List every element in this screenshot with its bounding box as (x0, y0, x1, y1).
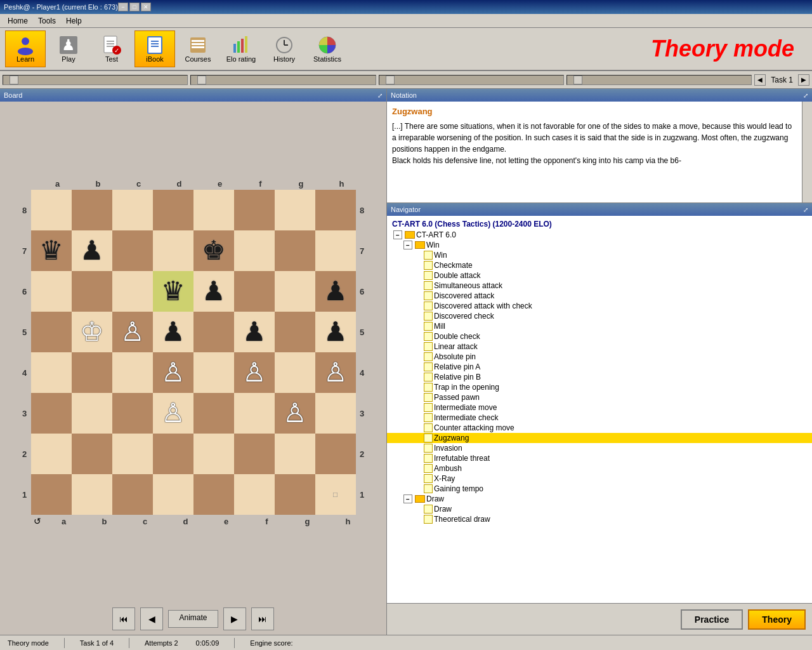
square-d4[interactable]: ♙ (153, 352, 193, 393)
square-d1[interactable] (153, 474, 193, 515)
square-g5[interactable] (275, 312, 315, 352)
win-expand-icon[interactable]: − (403, 241, 412, 249)
tree-root-item[interactable]: − CT-ART 6.0 (387, 230, 812, 240)
square-h6[interactable]: ♟ (315, 271, 356, 312)
square-b8[interactable] (72, 190, 112, 230)
nav-slider-3[interactable] (379, 75, 564, 85)
practice-button[interactable]: Practice (681, 609, 743, 630)
tree-item-irrefutable-threat[interactable]: Irrefutable threat (387, 453, 812, 463)
square-f5[interactable]: ♟ (234, 312, 275, 352)
tree-item-xray[interactable]: X-Ray (387, 474, 812, 484)
prev-move-button[interactable]: ◀ (140, 607, 163, 630)
square-b6[interactable] (72, 271, 112, 312)
square-f4[interactable]: ♙ (234, 352, 275, 393)
reset-board-icon[interactable]: ↺ (31, 515, 44, 527)
toolbar-courses[interactable]: Courses (178, 30, 218, 67)
square-h3[interactable] (315, 393, 356, 434)
minimize-button[interactable]: − (118, 3, 128, 11)
tree-item-counter-attacking[interactable]: Counter attacking move (387, 423, 812, 433)
square-g6[interactable] (275, 271, 315, 312)
square-f6[interactable] (234, 271, 275, 312)
tree-item-discovered-check[interactable]: Discovered check (387, 311, 812, 321)
tree-item-relative-pin-a[interactable]: Relative pin A (387, 362, 812, 372)
square-d7[interactable] (153, 230, 193, 271)
square-c2[interactable] (112, 434, 153, 474)
tree-item-gaining-tempo[interactable]: Gaining tempo (387, 484, 812, 494)
close-button[interactable]: ✕ (141, 3, 151, 11)
navigator-content[interactable]: CT-ART 6.0 (Chess Tactics) (1200-2400 EL… (387, 216, 812, 603)
square-b7[interactable]: ♟ (72, 230, 112, 271)
next-move-button[interactable]: ▶ (223, 607, 246, 630)
square-b4[interactable] (72, 352, 112, 393)
nav-next-button[interactable]: ▶ (798, 74, 809, 86)
square-c4[interactable] (112, 352, 153, 393)
tree-draw-section[interactable]: − Draw (387, 494, 812, 504)
square-e6[interactable]: ♟ (193, 271, 234, 312)
square-c6[interactable] (112, 271, 153, 312)
square-d3[interactable]: ♙ (153, 393, 193, 434)
square-a1[interactable] (31, 474, 72, 515)
square-a6[interactable] (31, 271, 72, 312)
tree-item-theoretical-draw[interactable]: Theoretical draw (387, 514, 812, 524)
tree-item-intermediate-check[interactable]: Intermediate check (387, 413, 812, 423)
square-d6[interactable]: ♛ (153, 271, 193, 312)
square-c1[interactable] (112, 474, 153, 515)
nav-slider-1[interactable] (3, 75, 188, 85)
tree-item-double-attack[interactable]: Double attack (387, 270, 812, 281)
square-c5[interactable]: ♙ (112, 312, 153, 352)
square-f2[interactable] (234, 434, 275, 474)
toolbar-play[interactable]: ♟ Play (48, 30, 89, 67)
square-h1[interactable]: □ (315, 474, 356, 515)
tree-item-passed-pawn[interactable]: Passed pawn (387, 392, 812, 402)
square-e1[interactable] (193, 474, 234, 515)
square-h8[interactable] (315, 190, 356, 230)
square-e2[interactable] (193, 434, 234, 474)
square-e4[interactable] (193, 352, 234, 393)
square-f8[interactable] (234, 190, 275, 230)
notation-content[interactable]: Zugzwang [...] There are some situations… (387, 102, 802, 202)
square-a8[interactable] (31, 190, 72, 230)
maximize-button[interactable]: □ (129, 3, 140, 11)
square-e5[interactable] (193, 312, 234, 352)
square-f7[interactable] (234, 230, 275, 271)
last-move-button[interactable]: ⏭ (251, 607, 274, 630)
tree-item-trap-opening[interactable]: Trap in the opening (387, 382, 812, 392)
toolbar-learn[interactable]: Learn (5, 30, 46, 67)
square-g1[interactable] (275, 474, 315, 515)
square-d5[interactable]: ♟ (153, 312, 193, 352)
root-expand-icon[interactable]: − (393, 230, 402, 239)
tree-item-zugzwang[interactable]: Zugzwang (387, 433, 812, 443)
tree-item-relative-pin-b[interactable]: Relative pin B (387, 372, 812, 382)
square-g2[interactable] (275, 434, 315, 474)
notation-scrollbar[interactable] (802, 102, 812, 202)
square-d8[interactable] (153, 190, 193, 230)
toolbar-ibook[interactable]: iBook (134, 30, 175, 67)
square-f3[interactable] (234, 393, 275, 434)
nav-slider-2[interactable] (190, 75, 376, 85)
toolbar-statistics[interactable]: Statistics (307, 30, 348, 67)
tree-item-win[interactable]: Win (387, 250, 812, 260)
square-h5[interactable]: ♟ (315, 312, 356, 352)
notation-expand-button[interactable]: ⤢ (803, 92, 808, 99)
animate-button[interactable]: Animate (168, 610, 218, 628)
square-d2[interactable] (153, 434, 193, 474)
tree-item-invasion[interactable]: Invasion (387, 443, 812, 453)
tree-item-double-check[interactable]: Double check (387, 331, 812, 342)
square-a3[interactable] (31, 393, 72, 434)
square-a5[interactable] (31, 312, 72, 352)
square-h2[interactable] (315, 434, 356, 474)
square-g3[interactable]: ♙ (275, 393, 315, 434)
square-e3[interactable] (193, 393, 234, 434)
square-e7[interactable]: ♚ (193, 230, 234, 271)
menu-help[interactable]: Help (61, 15, 87, 27)
tree-item-absolute-pin[interactable]: Absolute pin (387, 352, 812, 362)
tree-item-checkmate[interactable]: Checkmate (387, 260, 812, 270)
theory-button[interactable]: Theory (748, 609, 806, 630)
menu-home[interactable]: Home (3, 15, 33, 27)
tree-item-discovered-attack[interactable]: Discovered attack (387, 291, 812, 301)
square-g7[interactable] (275, 230, 315, 271)
square-a7[interactable]: ♛ (31, 230, 72, 271)
square-c3[interactable] (112, 393, 153, 434)
tree-item-linear-attack[interactable]: Linear attack (387, 342, 812, 352)
draw-expand-icon[interactable]: − (403, 494, 412, 503)
